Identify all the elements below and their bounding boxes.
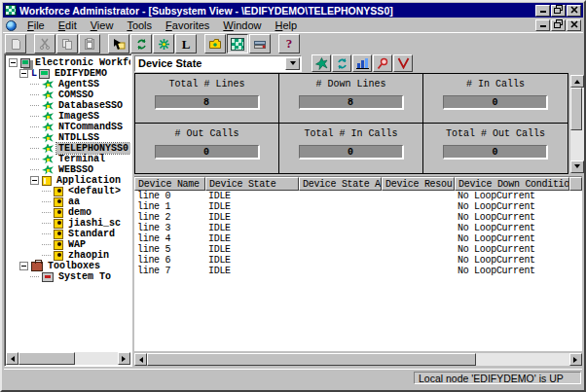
table-row-line4[interactable]: line 4IDLENo LoopCurrent bbox=[134, 233, 582, 244]
application-icon bbox=[54, 208, 63, 218]
paste-button[interactable] bbox=[79, 34, 100, 53]
tree-item-zhaopin[interactable]: zhaopin bbox=[6, 250, 130, 261]
stat-cell-total-out-calls: Total # Out Calls 0 bbox=[423, 124, 568, 173]
minimize-button[interactable] bbox=[535, 5, 550, 17]
help-button[interactable]: ? bbox=[278, 34, 300, 53]
mdi-restore-button[interactable] bbox=[551, 19, 566, 31]
copy-button[interactable] bbox=[56, 34, 78, 53]
scroll-right-button[interactable] bbox=[118, 352, 130, 365]
tree-item-wap[interactable]: WAP bbox=[6, 239, 130, 250]
tree-item-websso[interactable]: WEBSSO bbox=[6, 164, 130, 175]
restore-button[interactable] bbox=[551, 5, 566, 17]
tree-item-ntcommandss[interactable]: NTCommandSS bbox=[6, 122, 130, 132]
scroll-thumb[interactable] bbox=[570, 88, 582, 130]
collapse-expander[interactable] bbox=[19, 262, 28, 270]
menu-favorites[interactable]: Favorites bbox=[159, 18, 216, 32]
menu-tools[interactable]: Tools bbox=[120, 18, 159, 32]
table-row-line1[interactable]: line 1IDLENo LoopCurrent bbox=[134, 201, 582, 212]
tree-item-ntdllss[interactable]: NTDLLSS bbox=[6, 132, 130, 143]
subsystem-view-icon-button[interactable] bbox=[311, 54, 331, 72]
tree-item-imagess[interactable]: ImageSS bbox=[6, 111, 130, 122]
tree-item-application[interactable]: Application bbox=[6, 175, 130, 186]
tree-item-default[interactable]: <default> bbox=[6, 186, 130, 196]
mdi-minimize-button[interactable] bbox=[535, 19, 550, 31]
close-button[interactable] bbox=[567, 5, 581, 17]
snapin-button[interactable] bbox=[153, 34, 174, 53]
table-row-line6[interactable]: line 6IDLENo LoopCurrent bbox=[134, 255, 582, 266]
scroll-down-button[interactable] bbox=[570, 160, 584, 173]
table-row-line7[interactable]: line 7IDLENo LoopCurrent bbox=[134, 266, 582, 276]
stat-cell-total-in-calls: Total # In Calls 0 bbox=[279, 124, 423, 173]
tree-item-jiashi[interactable]: jiashi_sc bbox=[6, 218, 130, 229]
menu-edit[interactable]: Edit bbox=[52, 18, 84, 32]
table-row-line5[interactable]: line 5IDLENo LoopCurrent bbox=[134, 244, 582, 255]
up-arrow-icon bbox=[574, 77, 580, 84]
column-header-device-state-a[interactable]: Device State A... bbox=[299, 177, 382, 191]
stat-value-display: 8 bbox=[155, 95, 260, 110]
subsystem-icon bbox=[42, 123, 54, 132]
tree-item-edifydemo[interactable]: L EDIFYDEMO bbox=[6, 68, 130, 79]
tree-item-demo[interactable]: demo bbox=[6, 207, 130, 218]
tool-icon bbox=[42, 272, 54, 282]
l-view-button[interactable]: L bbox=[175, 34, 197, 53]
tree-item-comsso[interactable]: COMSSO bbox=[6, 89, 130, 100]
tree-item-toolboxes[interactable]: Toolboxes bbox=[6, 261, 130, 271]
collapse-expander[interactable] bbox=[19, 69, 28, 78]
stat-label: # Out Calls bbox=[174, 128, 238, 139]
column-header-device-resou[interactable]: Device Resou... bbox=[382, 177, 455, 191]
view-refresh-button[interactable] bbox=[332, 54, 351, 72]
column-header-device-state[interactable]: Device State bbox=[205, 177, 299, 191]
tree-item-databasesso[interactable]: DatabaseSSO bbox=[6, 100, 130, 111]
collapse-expander[interactable] bbox=[9, 58, 18, 67]
application-icon bbox=[54, 230, 63, 239]
tree-item-electronic-workforce[interactable]: Electronic Workfor bbox=[6, 57, 130, 68]
scroll-thumb[interactable] bbox=[147, 353, 476, 366]
tree-item-terminal[interactable]: Terminal bbox=[6, 154, 130, 164]
connection-button[interactable] bbox=[249, 34, 271, 53]
folder-button[interactable] bbox=[204, 34, 226, 53]
new-button[interactable] bbox=[5, 34, 26, 53]
pointer-button[interactable] bbox=[108, 34, 129, 53]
chart-view-button[interactable] bbox=[352, 54, 372, 72]
validate-button[interactable] bbox=[393, 54, 413, 72]
menu-window[interactable]: Window bbox=[216, 18, 268, 32]
column-header-overflow[interactable] bbox=[569, 177, 582, 191]
right-arrow-icon bbox=[573, 357, 580, 363]
tree-panel: Electronic Workfor L EDIFYDEMO AgentSS C… bbox=[4, 53, 132, 367]
tree-item-agentss[interactable]: AgentSS bbox=[6, 79, 130, 89]
tree-item-standard[interactable]: Standard bbox=[6, 229, 130, 239]
subsystem-view-panel: Device State bbox=[134, 53, 582, 367]
menu-view[interactable]: View bbox=[84, 18, 121, 32]
dropdown-arrow-button[interactable] bbox=[285, 57, 300, 70]
refresh-button[interactable] bbox=[130, 34, 152, 53]
close-icon bbox=[570, 6, 578, 14]
scroll-up-button[interactable] bbox=[570, 75, 584, 88]
scroll-thumb[interactable] bbox=[18, 352, 75, 365]
collapse-expander[interactable] bbox=[30, 176, 39, 185]
tree-item-aa[interactable]: aa bbox=[6, 196, 130, 207]
application-icon bbox=[54, 219, 63, 229]
table-row-line2[interactable]: line 2IDLENo LoopCurrent bbox=[134, 212, 582, 223]
cut-button[interactable] bbox=[34, 34, 55, 53]
menu-bar: File Edit View Tools Favorites Window He… bbox=[3, 18, 583, 32]
menu-file[interactable]: File bbox=[20, 18, 52, 32]
scroll-left-button[interactable] bbox=[6, 352, 18, 365]
table-row-line3[interactable]: line 3IDLENo LoopCurrent bbox=[134, 223, 582, 233]
table-row-line0[interactable]: line 0IDLENo LoopCurrent bbox=[134, 191, 582, 201]
inspect-button[interactable] bbox=[373, 54, 392, 72]
cut-icon bbox=[39, 38, 51, 50]
stat-value-display: 8 bbox=[299, 95, 404, 110]
scroll-left-button[interactable] bbox=[134, 353, 147, 366]
subsystem-view-button[interactable] bbox=[227, 34, 248, 53]
scroll-right-button[interactable] bbox=[569, 353, 582, 366]
tree-item-telephonyss0-selected[interactable]: TELEPHONYSS0 bbox=[6, 143, 130, 154]
application-folder-icon bbox=[42, 176, 52, 186]
mdi-restore-icon bbox=[554, 19, 563, 28]
menu-help[interactable]: Help bbox=[268, 18, 304, 32]
subsystem-icon bbox=[42, 155, 54, 164]
column-header-device-down-condition[interactable]: Device Down Condition bbox=[455, 177, 569, 191]
mdi-close-button[interactable] bbox=[567, 19, 581, 31]
tree-item-system-toolbox[interactable]: System To bbox=[6, 271, 130, 282]
column-header-device-name[interactable]: Device Name bbox=[134, 177, 205, 191]
view-selector-dropdown[interactable]: Device State bbox=[134, 55, 302, 72]
